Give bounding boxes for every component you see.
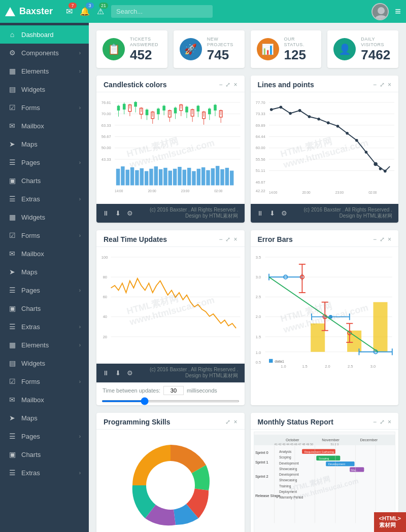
sidebar-item-widgets2[interactable]: ▦ Widgets — [0, 208, 89, 226]
candlestick-settings-btn[interactable]: ⚙ — [127, 209, 133, 217]
time-update-input[interactable] — [163, 386, 184, 395]
sidebar-label-extras2: Extras — [21, 323, 40, 331]
programming-close[interactable]: × — [233, 418, 237, 425]
brand-logo[interactable]: Baxster — [5, 6, 61, 17]
sidebar-item-mailbox[interactable]: ✉ Mailbox — [0, 117, 89, 135]
candlestick-download-btn[interactable]: ⬇ — [115, 209, 121, 217]
svg-rect-78 — [145, 171, 148, 186]
svg-point-126 — [355, 139, 358, 142]
sidebar-item-maps3[interactable]: ➤ Maps — [0, 409, 89, 427]
svg-text:51 2 3: 51 2 3 — [330, 443, 339, 446]
header: Baxster ✉ 7 🔔 3 ⚠ 21 ≡ — [0, 0, 406, 23]
sidebar-item-dashboard[interactable]: ⌂ Dashboard — [0, 25, 89, 44]
search-input[interactable] — [111, 5, 213, 18]
candlestick-controls[interactable]: − ⤢ × — [219, 81, 237, 88]
svg-text:64.44: 64.44 — [255, 134, 265, 139]
lines-download-btn[interactable]: ⬇ — [269, 209, 275, 217]
header-icon-alert[interactable]: ⚠ 21 — [97, 7, 104, 16]
programming-expand[interactable]: ⤢ — [225, 418, 230, 425]
realtime-close[interactable]: × — [233, 236, 237, 243]
programming-controls[interactable]: ⤢ × — [225, 418, 237, 425]
errorbars-expand[interactable]: ⤢ — [380, 236, 385, 243]
lines-settings-btn[interactable]: ⚙ — [281, 209, 287, 217]
lines-expand[interactable]: ⤢ — [380, 81, 385, 88]
chevron-right-icon9: › — [79, 342, 81, 348]
charts-icon3: ▣ — [8, 450, 16, 458]
sidebar-item-widgets3[interactable]: ▤ Widgets — [0, 354, 89, 372]
status-label: OURSTATUS. — [284, 37, 316, 48]
lines-controls[interactable]: − ⤢ × — [373, 81, 391, 88]
svg-text:2.0: 2.0 — [325, 364, 330, 369]
realtime-pause-btn[interactable]: ⏸ — [103, 369, 109, 377]
candlestick-body: HTML素材网www.htmlsucai.com 76.61 70.00 63.… — [96, 92, 245, 204]
sidebar-item-extras2[interactable]: ☰ Extras › — [0, 317, 89, 336]
sidebar-item-maps2[interactable]: ➤ Maps — [0, 263, 89, 281]
sidebar-item-forms[interactable]: ☑ Forms › — [0, 98, 89, 117]
sidebar-item-maps[interactable]: ➤ Maps — [0, 135, 89, 153]
lines-close[interactable]: × — [388, 81, 391, 88]
svg-text:76.61: 76.61 — [101, 100, 111, 105]
sidebar-item-extras[interactable]: ☰ Extras › — [0, 190, 89, 208]
svg-text:Analysis: Analysis — [279, 450, 291, 454]
errorbars-minimize[interactable]: − — [373, 236, 377, 243]
svg-text:data1: data1 — [275, 359, 284, 364]
realtime-minimize[interactable]: − — [219, 236, 222, 243]
sidebar-label-widgets3: Widgets — [21, 360, 45, 367]
time-update-label: Time between updates: — [103, 387, 160, 394]
monthly-expand[interactable]: ⤢ — [380, 418, 385, 425]
errorbars-close[interactable]: × — [388, 236, 391, 243]
candlestick-minimize[interactable]: − — [219, 81, 222, 88]
chevron-right-icon3: › — [79, 105, 81, 111]
sidebar-item-charts3[interactable]: ▣ Charts — [0, 445, 89, 464]
lines-footer-text: (c) 2016 Baxster . All Rights Reserved .… — [293, 207, 393, 220]
hamburger-icon[interactable]: ≡ — [395, 6, 401, 17]
monthly-minimize[interactable]: − — [373, 418, 377, 425]
svg-point-127 — [364, 151, 367, 154]
realtime-expand[interactable]: ⤢ — [225, 236, 230, 243]
lines-header: Lines and points − ⤢ × — [251, 76, 399, 92]
sidebar-item-extras3[interactable]: ☰ Extras › — [0, 464, 89, 482]
svg-text:1.5: 1.5 — [255, 335, 260, 339]
sidebar-item-pages3[interactable]: ☰ Pages › — [0, 427, 89, 445]
svg-text:20: 20 — [103, 335, 107, 339]
sidebar-item-charts[interactable]: ▣ Charts — [0, 171, 89, 190]
elements-icon: ▦ — [8, 67, 16, 75]
sidebar-item-elements[interactable]: ▦ Elements › — [0, 62, 89, 80]
svg-text:Release Stage: Release Stage — [255, 493, 280, 498]
realtime-settings-btn[interactable]: ⚙ — [127, 369, 133, 377]
candlestick-expand[interactable]: ⤢ — [225, 81, 230, 88]
sidebar-item-widgets[interactable]: ▤ Widgets — [0, 80, 89, 98]
sidebar-item-forms2[interactable]: ☑ Forms › — [0, 226, 89, 244]
svg-rect-82 — [163, 168, 167, 186]
timeline-slider[interactable] — [101, 400, 240, 402]
svg-point-193 — [146, 461, 195, 510]
monthly-controls[interactable]: − ⤢ × — [373, 418, 391, 425]
errorbars-controls[interactable]: − ⤢ × — [373, 236, 391, 243]
sidebar-item-charts2[interactable]: ▣ Charts — [0, 299, 89, 317]
realtime-controls[interactable]: − ⤢ × — [219, 236, 237, 243]
sidebar-item-mailbox3[interactable]: ✉ Mailbox — [0, 391, 89, 409]
svg-text:3.5: 3.5 — [255, 255, 260, 260]
lines-pause-btn[interactable]: ⏸ — [257, 209, 263, 217]
svg-text:1.0: 1.0 — [281, 364, 286, 369]
sidebar-item-mailbox2[interactable]: ✉ Mailbox — [0, 244, 89, 263]
realtime-download-btn[interactable]: ⬇ — [115, 369, 121, 377]
sidebar-item-components[interactable]: ⚙ Components › — [0, 44, 89, 62]
candlestick-close[interactable]: × — [233, 81, 237, 88]
lines-minimize[interactable]: − — [373, 81, 377, 88]
sidebar-item-pages[interactable]: ☰ Pages › — [0, 153, 89, 171]
header-icon-mail[interactable]: ✉ 7 — [66, 7, 73, 16]
sidebar-label-extras: Extras — [21, 195, 40, 203]
sidebar-item-forms3[interactable]: ☑ Forms › — [0, 372, 89, 391]
candlestick-pause-btn[interactable]: ⏸ — [103, 209, 109, 217]
header-icon-bell[interactable]: 🔔 3 — [80, 7, 90, 16]
svg-text:40: 40 — [103, 315, 107, 320]
sidebar-item-pages2[interactable]: ☰ Pages › — [0, 281, 89, 299]
avatar[interactable] — [371, 3, 389, 20]
charts-icon2: ▣ — [8, 304, 16, 312]
status-icon: 📊 — [257, 38, 279, 60]
svg-text:Sho..: Sho.. — [351, 469, 358, 472]
sidebar-item-elements3[interactable]: ▦ Elements › — [0, 336, 89, 354]
svg-point-121 — [308, 115, 311, 118]
monthly-close[interactable]: × — [388, 418, 391, 425]
